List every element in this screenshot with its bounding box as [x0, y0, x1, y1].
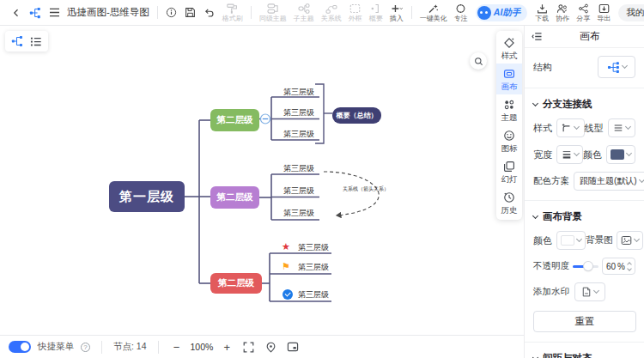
- beautify-button[interactable]: 一键美化: [416, 0, 451, 26]
- leaf-node[interactable]: 第三层级: [278, 107, 319, 118]
- branch-node-purple[interactable]: 第二层级: [210, 186, 259, 209]
- branch-color-dropdown[interactable]: [606, 145, 635, 164]
- quick-menu-label: 快捷菜单: [38, 341, 74, 353]
- leaf-node[interactable]: 第三层级: [278, 208, 319, 219]
- opacity-slider-knob[interactable]: [584, 262, 592, 270]
- sibling-topic-label: 同级主题: [259, 15, 287, 22]
- ai-robot-icon: [477, 6, 491, 20]
- leaf-node[interactable]: 第三层级: [278, 129, 319, 140]
- my-files-button[interactable]: 我的文件: [618, 4, 644, 21]
- zoom-out-button[interactable]: −: [170, 341, 184, 354]
- undo-button[interactable]: [200, 3, 219, 23]
- menu-icon[interactable]: [45, 3, 64, 23]
- line-type-label: 线型: [585, 122, 604, 135]
- rail-history-tab[interactable]: 历史: [496, 187, 522, 218]
- chevron-down-icon: [633, 236, 639, 242]
- branch-line-section-header[interactable]: 分支连接线: [525, 98, 644, 111]
- minimap-icon[interactable]: [285, 339, 301, 355]
- chevron-down-icon: [639, 177, 644, 183]
- summary-node[interactable]: 概要（总结）: [332, 107, 381, 124]
- divider: [101, 341, 102, 354]
- chevron-down-icon: [573, 150, 579, 156]
- leaf-node[interactable]: 第三层级: [278, 185, 319, 197]
- rail-icon-label: 图标: [501, 143, 518, 153]
- watermark-label: 添加水印: [533, 286, 569, 298]
- relation-line-label[interactable]: 关系线（箭头关系）: [343, 185, 389, 193]
- panel-header: 画布: [525, 26, 644, 48]
- stepper-arrows-icon[interactable]: [628, 263, 631, 270]
- format-painter-button[interactable]: 格式刷: [219, 0, 246, 26]
- chevron-down-icon: [576, 236, 582, 242]
- summary-label: 概要: [369, 15, 383, 22]
- zoom-level: 100%: [191, 342, 214, 352]
- sub-topic-button[interactable]: 子主题: [290, 0, 318, 26]
- save-button[interactable]: [181, 3, 200, 23]
- fit-screen-icon[interactable]: [240, 339, 256, 355]
- rail-slides-tab[interactable]: 幻灯: [496, 156, 522, 187]
- bg-color-dropdown[interactable]: [556, 231, 586, 250]
- rail-canvas-tab[interactable]: 画布: [496, 64, 522, 94]
- canvas-settings-panel: 画布 结构 分支连接线 样式 线型: [524, 26, 644, 358]
- bg-image-dropdown[interactable]: [617, 231, 643, 250]
- ai-assistant-button[interactable]: AI助手: [476, 4, 528, 21]
- flag-icon[interactable]: ⚑: [282, 261, 290, 271]
- rail-style-tab[interactable]: 样式: [496, 33, 522, 64]
- sibling-topic-button[interactable]: 同级主题: [256, 0, 290, 26]
- mindmap-canvas[interactable]: 第一层级 第二层级 第二层级 第二层级 概要（总结） 第三层级 第三层级 第三层…: [0, 26, 524, 335]
- chevron-down-icon: [532, 100, 538, 106]
- check-badge-icon[interactable]: [283, 289, 293, 300]
- right-tool-rail: 样式 画布 主题 图标 幻灯 历史: [496, 31, 522, 220]
- structure-dropdown[interactable]: [598, 56, 635, 78]
- collapse-panel-icon[interactable]: [532, 32, 543, 41]
- leaf-node[interactable]: 第三层级: [297, 242, 330, 253]
- help-icon[interactable]: ?: [81, 343, 90, 352]
- download-button[interactable]: 下载: [532, 0, 552, 26]
- outer-frame-label: 外框: [349, 15, 362, 22]
- export-button[interactable]: 导出: [593, 0, 614, 26]
- opacity-stepper[interactable]: 60 %: [602, 258, 635, 275]
- leaf-node[interactable]: 第三层级: [278, 163, 319, 174]
- branch-node-red[interactable]: 第二层级: [210, 273, 262, 294]
- format-painter-label: 格式刷: [222, 15, 243, 22]
- ai-assistant-label: AI助手: [494, 7, 521, 19]
- leaf-node[interactable]: 第三层级: [297, 289, 330, 300]
- mindmap-view-icon[interactable]: [11, 35, 23, 47]
- quick-menu-toggle[interactable]: [9, 341, 31, 353]
- chevron-down-icon: [574, 124, 580, 130]
- canvas-bg-section-header[interactable]: 画布背景: [525, 210, 644, 223]
- rail-theme-tab[interactable]: 主题: [496, 94, 522, 125]
- rail-icon-tab[interactable]: 图标: [496, 125, 522, 156]
- summary-button[interactable]: 概要: [366, 0, 386, 26]
- relation-line-label: 关系线: [321, 15, 342, 22]
- info-icon[interactable]: [162, 3, 181, 23]
- insert-button[interactable]: 插入: [386, 0, 407, 26]
- collaborate-button[interactable]: 协作: [552, 0, 573, 26]
- divider: [251, 6, 252, 19]
- branch-style-dropdown[interactable]: [556, 118, 585, 137]
- search-button[interactable]: [470, 52, 487, 70]
- align-section-header[interactable]: 间距与对齐: [525, 352, 644, 358]
- root-node[interactable]: 第一层级: [109, 181, 185, 212]
- outer-frame-button[interactable]: 外框: [345, 0, 366, 26]
- branch-node-green[interactable]: 第二层级: [210, 109, 259, 131]
- focus-button[interactable]: 专注: [451, 0, 471, 26]
- color-scheme-dropdown[interactable]: 跟随主题(默认): [574, 172, 644, 191]
- back-button[interactable]: [7, 3, 26, 23]
- leaf-node[interactable]: 第三层级: [297, 262, 330, 273]
- star-icon[interactable]: ★: [282, 241, 290, 252]
- zoom-in-button[interactable]: +: [220, 341, 234, 354]
- leaf-node[interactable]: 第三层级: [278, 87, 319, 98]
- outline-view-icon[interactable]: [30, 36, 42, 47]
- reset-button[interactable]: 重置: [533, 311, 636, 332]
- share-button[interactable]: 分享: [573, 0, 593, 26]
- watermark-dropdown[interactable]: [574, 282, 605, 301]
- branch-width-dropdown[interactable]: [556, 145, 583, 164]
- color-scheme-label: 配色方案: [533, 175, 569, 187]
- canvas-mini-toolbar: [5, 31, 48, 52]
- line-type-dropdown[interactable]: [608, 118, 636, 137]
- opacity-slider[interactable]: [573, 265, 598, 268]
- relation-line-button[interactable]: 关系线: [318, 0, 345, 26]
- divider: [411, 6, 412, 19]
- opacity-value: 60: [606, 262, 616, 271]
- locate-center-icon[interactable]: [263, 339, 278, 355]
